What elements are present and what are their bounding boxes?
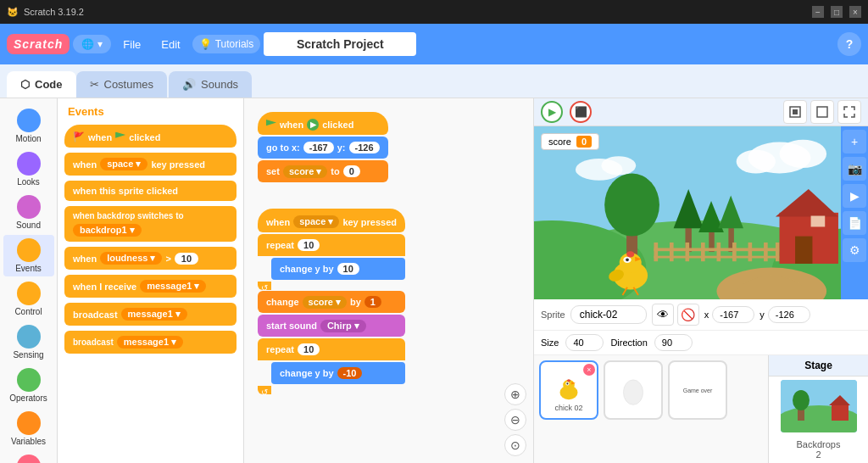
stage-settings-button[interactable]: ⚙ xyxy=(843,238,866,262)
sb-set-score[interactable]: set score ▾ to 0 xyxy=(258,160,388,182)
category-motion[interactable]: Motion xyxy=(3,105,54,147)
file-menu[interactable]: File xyxy=(114,33,149,56)
stage-normal-view-button[interactable] xyxy=(783,100,807,124)
minimize-button[interactable]: − xyxy=(812,6,824,18)
block-when-flag[interactable]: 🚩 when clicked xyxy=(64,125,236,148)
help-button[interactable]: ? xyxy=(837,32,861,56)
stage-tts-button[interactable]: 📄 xyxy=(843,211,866,235)
stop-button[interactable]: ⬛ xyxy=(570,101,592,123)
tab-code[interactable]: ⬡ Code xyxy=(7,71,76,98)
sb-change-y-up[interactable]: change y by 10 xyxy=(271,258,405,280)
category-myblocks[interactable]: My Blocks xyxy=(3,451,54,463)
svg-point-50 xyxy=(566,382,568,384)
svg-rect-25 xyxy=(685,243,689,261)
show-sprite-button[interactable]: 👁 xyxy=(652,304,674,326)
sb-score-change-val[interactable]: 1 xyxy=(364,296,381,308)
sb-change-y-down[interactable]: change y by -10 xyxy=(271,362,405,384)
block-broadcast[interactable]: broadcast message1 ▾ xyxy=(64,303,236,326)
sb-repeat-inner-val[interactable]: 10 xyxy=(298,343,320,355)
svg-point-53 xyxy=(623,380,643,404)
sprite-thumb-chick[interactable]: × chick 02 xyxy=(539,360,598,420)
block-when-sprite[interactable]: when this sprite clicked xyxy=(64,181,236,201)
sb-y-change-up[interactable]: 10 xyxy=(337,263,359,275)
stage-expand-button[interactable]: + xyxy=(843,130,866,153)
block-when-backdrop[interactable]: when backdrop switches to backdrop1 ▾ xyxy=(64,206,236,242)
sb-sound-select[interactable]: Chirp ▾ xyxy=(320,320,366,332)
sb-score-change-select[interactable]: score ▾ xyxy=(303,296,347,309)
sprite-name-input[interactable] xyxy=(570,305,647,324)
category-operators[interactable]: Operators xyxy=(3,365,54,406)
sb-goto-xy[interactable]: go to x: -167 y: -126 xyxy=(258,137,388,159)
stage-thumbnail[interactable] xyxy=(781,380,857,432)
maximize-button[interactable]: □ xyxy=(831,6,843,18)
sprite-x-input[interactable] xyxy=(712,306,754,323)
block-when-loudness[interactable]: when loudness ▾ > 10 xyxy=(64,247,236,270)
hide-sprite-button[interactable]: 🚫 xyxy=(677,304,699,326)
category-sensing[interactable]: Sensing xyxy=(3,321,54,363)
sprite-delete-button-chick[interactable]: × xyxy=(583,364,595,376)
stage-big-view-button[interactable] xyxy=(810,100,834,124)
category-sound[interactable]: Sound xyxy=(3,192,54,233)
sprite-direction-input[interactable] xyxy=(654,334,693,351)
sprite-label: Sprite xyxy=(541,310,565,320)
sb-score-select[interactable]: score ▾ xyxy=(283,165,327,178)
category-looks[interactable]: Looks xyxy=(3,148,54,190)
block-broadcast-wait[interactable]: broadcast message1 ▾ xyxy=(64,331,236,354)
loudness-value[interactable]: 10 xyxy=(175,253,198,265)
sprite-thumb-text[interactable]: Game over xyxy=(668,360,727,420)
title-bar: 🐱 Scratch 3.19.2 − □ × xyxy=(0,0,868,24)
stage-fullscreen-button[interactable] xyxy=(837,100,861,124)
category-control[interactable]: Control xyxy=(3,278,54,320)
sprite-x-coord: x xyxy=(704,306,755,323)
loudness-select[interactable]: loudness ▾ xyxy=(100,252,162,265)
broadcast-select[interactable]: message1 ▾ xyxy=(121,308,187,321)
sb-when-space[interactable]: when space ▾ key pressed xyxy=(258,209,405,232)
sprite-info-row2: Size Direction xyxy=(534,331,868,355)
sb-start-sound[interactable]: start sound Chirp ▾ xyxy=(258,315,405,337)
edit-menu[interactable]: Edit xyxy=(153,33,188,56)
zoom-in-button[interactable]: ⊕ xyxy=(504,383,526,405)
key-select[interactable]: space ▾ xyxy=(100,158,147,170)
sb-repeat-val[interactable]: 10 xyxy=(298,239,320,251)
zoom-out-button[interactable]: ⊖ xyxy=(504,409,526,431)
tab-code-label: Code xyxy=(35,78,63,91)
tab-sounds[interactable]: 🔊 Sounds xyxy=(169,71,252,98)
sprite-y-input[interactable] xyxy=(768,306,810,323)
tab-costumes[interactable]: ✂ Costumes xyxy=(76,71,168,98)
block-when-key[interactable]: when space ▾ key pressed xyxy=(64,153,236,176)
sb-score-to-val[interactable]: 0 xyxy=(343,165,360,177)
sb-y-val[interactable]: -126 xyxy=(349,142,380,153)
sb-x-val[interactable]: -167 xyxy=(303,142,334,153)
sprite-visibility-controls: 👁 🚫 xyxy=(652,304,699,326)
tutorials-btn[interactable]: 💡 Tutorials xyxy=(192,35,261,53)
block-when-receive[interactable]: when I receive message1 ▾ xyxy=(64,275,236,298)
sb-y-change-down[interactable]: -10 xyxy=(337,367,363,379)
sprite-thumb-egg[interactable] xyxy=(604,360,663,420)
svg-point-52 xyxy=(567,379,570,382)
category-events[interactable]: Events xyxy=(3,235,54,276)
project-title[interactable]: Scratch Project xyxy=(264,32,416,56)
stage-camera-button[interactable]: 📷 xyxy=(843,157,866,181)
green-flag-button[interactable]: ▶ xyxy=(541,101,563,123)
zoom-fit-button[interactable]: ⊙ xyxy=(504,434,526,456)
sb-repeat-outer-top[interactable]: repeat 10 xyxy=(258,234,405,256)
tutorials-label: Tutorials xyxy=(215,38,254,50)
category-variables[interactable]: Variables xyxy=(3,408,54,449)
message-select[interactable]: message1 ▾ xyxy=(140,280,206,293)
svg-rect-29 xyxy=(748,243,753,261)
svg-point-14 xyxy=(604,174,659,237)
stage-video-button[interactable]: ▶ xyxy=(843,184,866,208)
broadcast-wait-select[interactable]: message1 ▾ xyxy=(117,336,183,349)
svg-rect-35 xyxy=(811,216,826,227)
backdrop-select[interactable]: backdrop1 ▾ xyxy=(73,224,142,237)
sb-change-score[interactable]: change score ▾ by 1 xyxy=(258,291,405,313)
sprite-size-input[interactable] xyxy=(565,334,604,351)
globe-menu[interactable]: 🌐 ▾ xyxy=(73,35,111,53)
egg-thumb-icon xyxy=(615,372,651,408)
code-icon: ⬡ xyxy=(20,78,30,91)
sb-when-flag[interactable]: when ▶ clicked xyxy=(258,112,388,135)
close-button[interactable]: × xyxy=(849,6,861,18)
sb-space-select[interactable]: space ▾ xyxy=(293,215,339,228)
script-editor: when ▶ clicked go to x: -167 y: -126 set… xyxy=(244,98,533,463)
sb-repeat-inner-top[interactable]: repeat 10 xyxy=(258,338,405,360)
